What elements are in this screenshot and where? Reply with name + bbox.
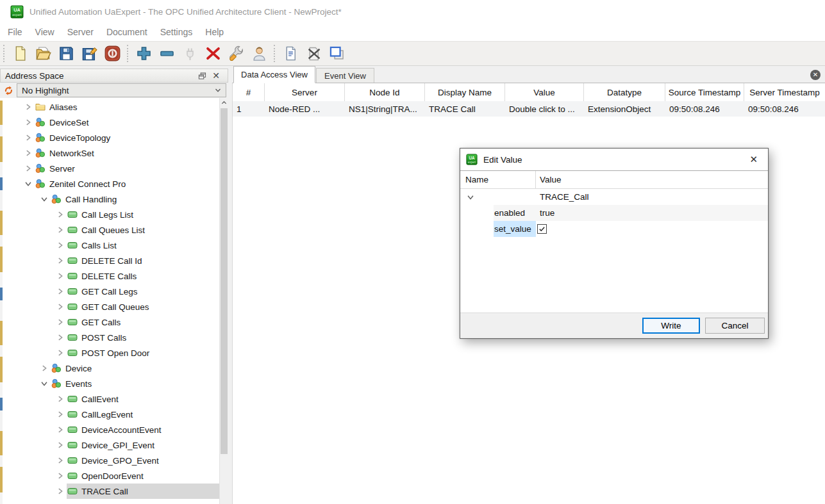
edit-value-row-enabled[interactable]: enabledtrue — [460, 205, 768, 221]
tree-item-deviceaccountevent[interactable]: DeviceAccountEvent — [0, 422, 219, 437]
menu-document[interactable]: Document — [100, 27, 154, 37]
tree-item-device[interactable]: Device — [0, 361, 219, 376]
chevron-right-icon[interactable] — [55, 425, 65, 435]
chevron-right-icon[interactable] — [55, 409, 65, 419]
tab-data-access-view[interactable]: Data Access View — [233, 66, 315, 83]
dialog-title-bar[interactable]: UAexpert Edit Value ✕ — [460, 149, 768, 171]
chevron-right-icon[interactable] — [23, 133, 33, 143]
tree-item-get-call-queues[interactable]: GET Call Queues — [0, 299, 219, 314]
chevron-right-icon[interactable] — [55, 455, 65, 466]
tree-item-post-open-door[interactable]: POST Open Door — [0, 345, 219, 361]
column-header-datatype[interactable]: Datatype — [584, 83, 665, 101]
tree-item-delete-call-id[interactable]: DELETE Call Id — [0, 253, 219, 268]
close-panel-icon[interactable]: ✕ — [209, 70, 223, 81]
tree-item-call-legs-list[interactable]: Call Legs List — [0, 207, 219, 222]
chevron-right-icon[interactable] — [55, 209, 65, 220]
save-document-as-button[interactable] — [78, 43, 101, 65]
open-document-button[interactable] — [31, 43, 54, 65]
chevron-down-icon[interactable] — [39, 378, 49, 389]
new-window-button[interactable] — [325, 43, 348, 65]
edit-value-row-set-value[interactable]: set_value — [460, 221, 768, 237]
chevron-right-icon[interactable] — [55, 225, 65, 235]
edit-value-row-root[interactable]: TRACE_Call — [460, 189, 768, 205]
menu-file[interactable]: File — [1, 27, 29, 37]
tree-item-device-gpo-event[interactable]: Device_GPO_Event — [0, 453, 219, 468]
remove-document-button[interactable] — [302, 43, 325, 65]
tree-item-events[interactable]: Events — [0, 376, 219, 391]
chevron-right-icon[interactable] — [55, 286, 65, 297]
column-header-display-name[interactable]: Display Name — [425, 83, 505, 101]
column-header-source-timestamp[interactable]: Source Timestamp — [665, 83, 744, 101]
scrollbar-thumb[interactable] — [221, 108, 228, 454]
tree-item-server[interactable]: Server — [0, 161, 219, 176]
chevron-down-icon[interactable] — [39, 194, 49, 204]
add-server-button[interactable] — [132, 43, 155, 65]
chevron-down-icon[interactable] — [23, 179, 33, 189]
float-panel-icon[interactable] — [195, 70, 209, 81]
column-header-value[interactable]: Value — [536, 171, 562, 188]
tree-item-opendoorevent[interactable]: OpenDoorEvent — [0, 468, 219, 484]
write-button[interactable]: Write — [642, 318, 700, 334]
chevron-right-icon[interactable] — [55, 332, 65, 343]
chevron-right-icon[interactable] — [55, 240, 65, 250]
chevron-right-icon[interactable] — [55, 486, 65, 496]
tree-item-zenitel-connect-pro[interactable]: Zenitel Connect Pro — [0, 176, 219, 191]
tree-item-networkset[interactable]: NetworkSet — [0, 145, 219, 161]
disconnect-server-button[interactable] — [201, 43, 224, 65]
column-header-[interactable]: # — [233, 83, 265, 101]
column-header-value[interactable]: Value — [505, 83, 584, 101]
chevron-down-icon[interactable] — [465, 193, 476, 202]
set-value-checkbox[interactable] — [537, 224, 547, 234]
remove-server-button[interactable] — [155, 43, 178, 65]
server-properties-button[interactable] — [224, 43, 247, 65]
change-user-button[interactable] — [247, 43, 271, 65]
cancel-button[interactable]: Cancel — [705, 318, 765, 334]
name-cell[interactable]: set_value — [460, 221, 536, 237]
document-close-icon[interactable]: ✕ — [810, 70, 821, 80]
tree-item-delete-calls[interactable]: DELETE Calls — [0, 268, 219, 284]
tree-item-trace-call[interactable]: TRACE Call — [0, 484, 219, 499]
chevron-right-icon[interactable] — [23, 163, 33, 174]
monitored-item-row[interactable]: 1Node-RED ...NS1|String|TRA...TRACE Call… — [233, 101, 825, 117]
new-document-button[interactable] — [8, 43, 31, 65]
chevron-right-icon[interactable] — [55, 394, 65, 404]
chevron-right-icon[interactable] — [55, 317, 65, 327]
refresh-icon[interactable] — [0, 83, 17, 97]
column-header-server-timestamp[interactable]: Server Timestamp — [744, 83, 825, 101]
column-header-node-id[interactable]: Node Id — [345, 83, 425, 101]
tree-item-deviceset[interactable]: DeviceSet — [0, 115, 219, 130]
chevron-right-icon[interactable] — [39, 363, 49, 373]
tree-item-get-call-legs[interactable]: GET Call Legs — [0, 284, 219, 299]
tree-item-calllegevent[interactable]: CallLegEvent — [0, 407, 219, 422]
tree-item-post-calls[interactable]: POST Calls — [0, 330, 219, 345]
chevron-right-icon[interactable] — [55, 471, 65, 481]
chevron-right-icon[interactable] — [55, 348, 65, 358]
tree-item-devicetopology[interactable]: DeviceTopology — [0, 130, 219, 145]
chevron-right-icon[interactable] — [23, 148, 33, 158]
save-document-button[interactable] — [54, 43, 78, 65]
tree-item-get-calls[interactable]: GET Calls — [0, 314, 219, 330]
menu-view[interactable]: View — [29, 27, 61, 37]
menu-settings[interactable]: Settings — [154, 27, 199, 37]
chevron-right-icon[interactable] — [55, 271, 65, 281]
add-document-button[interactable] — [279, 43, 302, 65]
dialog-close-icon[interactable]: ✕ — [745, 154, 762, 165]
chevron-right-icon[interactable] — [23, 102, 33, 112]
tab-event-view[interactable]: Event View — [316, 68, 374, 83]
chevron-right-icon[interactable] — [55, 256, 65, 266]
chevron-right-icon[interactable] — [55, 302, 65, 312]
highlight-filter-combobox[interactable]: No Highlight — [17, 83, 226, 97]
chevron-right-icon[interactable] — [23, 117, 33, 127]
column-header-server[interactable]: Server — [265, 83, 345, 101]
tree-item-calls-list[interactable]: Calls List — [0, 238, 219, 253]
tree-item-aliases[interactable]: Aliases — [0, 99, 219, 115]
tree-item-device-gpi-event[interactable]: Device_GPI_Event — [0, 437, 219, 453]
chevron-right-icon[interactable] — [55, 440, 65, 450]
exit-button[interactable] — [101, 43, 124, 65]
tree-item-callevent[interactable]: CallEvent — [0, 391, 219, 407]
tree-scrollbar[interactable] — [219, 98, 228, 504]
column-header-name[interactable]: Name — [460, 171, 536, 188]
tree-item-call-handling[interactable]: Call Handling — [0, 191, 219, 207]
name-cell[interactable]: enabled — [460, 205, 536, 221]
menu-server[interactable]: Server — [61, 27, 100, 37]
